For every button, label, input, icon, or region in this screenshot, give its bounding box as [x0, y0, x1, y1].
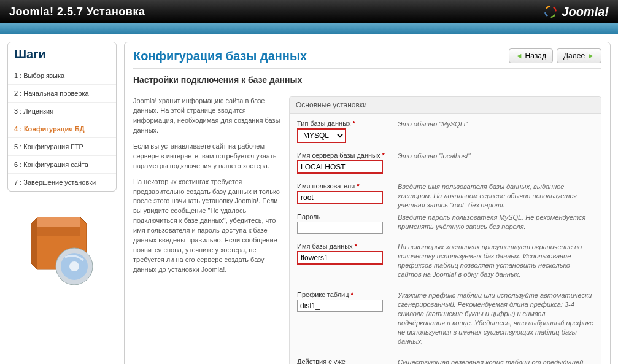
joomla-logo: Joomla! — [543, 4, 609, 19]
pass-input[interactable] — [297, 222, 383, 234]
prefix-desc: Укажите префикс таблиц или используйте а… — [398, 291, 593, 346]
pass-label: Пароль — [297, 213, 389, 220]
joomla-icon — [543, 4, 558, 19]
action-label: Действия с уже имеющимися таблицами * — [297, 358, 389, 364]
fieldset-title: Основные установки — [290, 97, 601, 114]
dbtype-desc: Это обычно "MySQLi" — [398, 120, 593, 129]
intro-text: Joomla! хранит информацию сайта в базе д… — [133, 96, 280, 364]
dbtype-select[interactable]: MYSQL — [297, 128, 346, 143]
pass-desc: Введите пароль пользователя MySQL. Не ре… — [398, 213, 593, 231]
step-2[interactable]: 2 : Начальная проверка — [8, 85, 116, 103]
next-button[interactable]: Далее► — [557, 48, 601, 63]
blue-bar — [0, 23, 618, 34]
step-5[interactable]: 5 : Конфигурация FTP — [8, 138, 116, 156]
dbname-input[interactable] — [297, 251, 383, 265]
arrow-left-icon: ◄ — [516, 52, 523, 60]
prefix-input[interactable] — [297, 300, 383, 312]
dbname-label: Имя базы данных * — [297, 242, 389, 250]
section-subtitle: Настройки подключения к базе данных — [133, 75, 601, 85]
action-desc: Существующая резервная копия таблиц от п… — [398, 358, 593, 364]
header-title: Joomla! 2.5.7 Установка — [9, 6, 145, 18]
svg-marker-3 — [37, 227, 80, 236]
app-header: Joomla! 2.5.7 Установка Joomla! — [0, 0, 618, 23]
prefix-label: Префикс таблиц * — [297, 291, 389, 298]
user-label: Имя пользователя * — [297, 182, 389, 190]
back-button[interactable]: ◄Назад — [509, 48, 553, 63]
user-input[interactable] — [297, 191, 383, 204]
arrow-right-icon: ► — [587, 52, 595, 60]
svg-marker-1 — [37, 217, 80, 227]
step-6[interactable]: 6 : Конфигурация сайта — [8, 156, 116, 174]
host-desc: Это обычно "localhost" — [398, 152, 593, 161]
step-3[interactable]: 3 : Лицензия — [8, 103, 116, 120]
svg-point-6 — [69, 261, 79, 271]
step-4[interactable]: 4 : Конфигурация БД — [8, 120, 116, 138]
dbtype-label: Тип базы данных * — [297, 120, 389, 127]
page-title: Конфигурация базы данных — [133, 49, 307, 63]
host-label: Имя сервера базы данных * — [297, 152, 389, 159]
svg-marker-2 — [31, 217, 37, 269]
step-1[interactable]: 1 : Выбор языка — [8, 67, 116, 85]
step-7[interactable]: 7 : Завершение установки — [8, 174, 116, 191]
main-panel: Конфигурация базы данных ◄Назад Далее► Н… — [124, 42, 611, 364]
sidebar-image — [7, 199, 117, 293]
host-input[interactable] — [297, 160, 383, 174]
user-desc: Введите имя пользователя базы данных, вы… — [398, 182, 593, 210]
form-fieldset: Основные установки Тип базы данных * MYS… — [289, 96, 601, 364]
dbname-desc: На некоторых хостингах присутствует огра… — [398, 242, 593, 279]
steps-title: Шаги — [8, 42, 116, 64]
steps-panel: Шаги 1 : Выбор языка 2 : Начальная прове… — [7, 42, 117, 192]
